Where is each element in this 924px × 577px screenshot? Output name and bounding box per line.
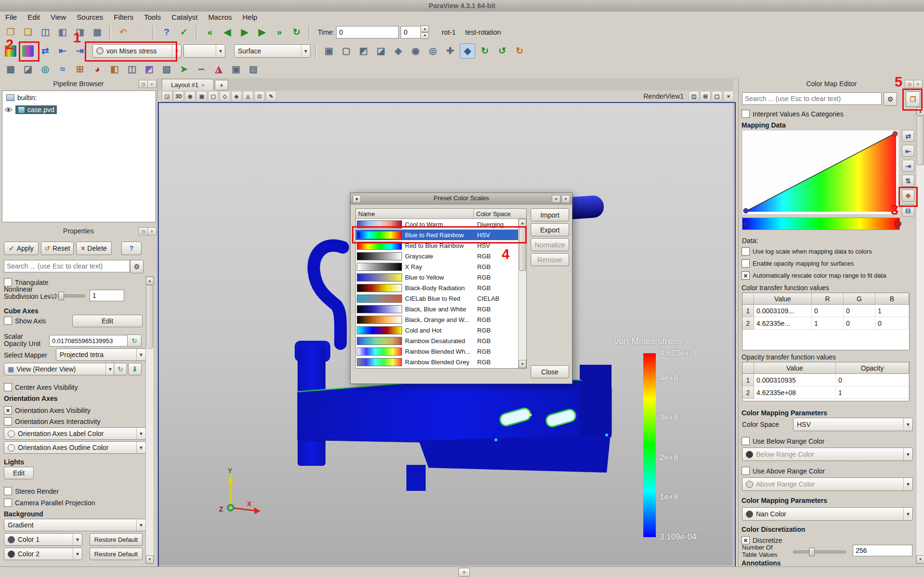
save-to-preset-icon[interactable]: ⊟ bbox=[902, 205, 914, 217]
preset-row[interactable]: Rainbow Blended Wh... RGB bbox=[356, 346, 519, 357]
select-block-icon[interactable]: ◈ bbox=[390, 43, 406, 59]
color1-dropdown[interactable]: Color 1 bbox=[4, 533, 82, 546]
above-range-color-dropdown[interactable]: Above Range Color bbox=[742, 477, 913, 491]
save-data-icon[interactable]: ❏ bbox=[20, 25, 36, 40]
layout-tab[interactable]: Layout #1 × bbox=[162, 79, 214, 90]
spreadsheet-view-icon[interactable]: ▦ bbox=[3, 62, 18, 77]
oa-interactivity-checkbox[interactable] bbox=[4, 417, 12, 425]
glyph-icon[interactable]: ➤ bbox=[176, 62, 192, 77]
chevron-down-icon[interactable] bbox=[136, 349, 145, 360]
cme-scrollbar[interactable]: ▲ ▼ bbox=[916, 107, 924, 564]
color-legend-bar[interactable] bbox=[643, 353, 656, 537]
chevron-down-icon[interactable] bbox=[136, 428, 145, 439]
stream-tracer-icon[interactable]: ∽ bbox=[194, 62, 209, 77]
auto-rescale-row[interactable]: Automatically rescale color map range to… bbox=[742, 271, 886, 280]
clip-icon[interactable]: ◧ bbox=[107, 62, 122, 77]
view-dropdown[interactable]: ▦ View (Render View) bbox=[4, 363, 115, 375]
preset-row[interactable]: Black-Body Radiation RGB bbox=[356, 282, 519, 293]
last-frame-icon[interactable]: » bbox=[272, 25, 287, 40]
use-above-checkbox[interactable] bbox=[742, 467, 750, 475]
interaction-mode-icon[interactable]: ◆ bbox=[460, 43, 475, 59]
representation-dropdown[interactable]: Surface bbox=[234, 44, 311, 58]
next-frame-icon[interactable]: ▶ bbox=[254, 25, 270, 40]
scrollbar-thumb[interactable] bbox=[917, 116, 924, 165]
center-axes-row[interactable]: Center Axes Visibility bbox=[4, 383, 78, 391]
preset-row[interactable]: Cold and Hot RGB bbox=[356, 325, 519, 335]
opacity-mapping-checkbox[interactable] bbox=[742, 259, 750, 268]
gear-icon[interactable]: ⚙ bbox=[130, 260, 143, 273]
pipeline-item-case[interactable]: case.pvd bbox=[4, 105, 57, 114]
slider-handle[interactable] bbox=[809, 548, 815, 556]
discretize-checkbox[interactable] bbox=[742, 536, 750, 544]
table-cell[interactable]: 4.62335e... bbox=[754, 317, 812, 330]
preset-row[interactable]: Rainbow Desaturated RGB bbox=[356, 335, 519, 346]
table-cell[interactable]: 0 bbox=[836, 374, 909, 386]
preset-row[interactable]: Red to Blue Rainbow HSV bbox=[356, 240, 519, 251]
select-cells-through-icon[interactable]: ◇ bbox=[220, 91, 230, 102]
refresh-icon[interactable]: ↻ bbox=[127, 334, 142, 347]
color-gradient-editor[interactable] bbox=[742, 218, 900, 230]
table-cell[interactable]: 1 bbox=[836, 386, 909, 399]
save-animation-icon[interactable]: ▦ bbox=[90, 25, 105, 40]
extract-level-icon[interactable]: ▤ bbox=[246, 62, 261, 77]
preset-list-scrollbar[interactable]: ▲ ▼ bbox=[518, 219, 526, 368]
color-by-dropdown[interactable]: von Mises stress bbox=[92, 44, 182, 58]
new-layout-tab-button[interactable]: + bbox=[215, 80, 228, 90]
save-state-icon[interactable]: ◧ bbox=[55, 25, 70, 40]
rescale-to-visible-range-icon[interactable]: ⇥ bbox=[72, 43, 88, 59]
eye-visible-icon[interactable] bbox=[4, 107, 13, 113]
table-cell[interactable]: 0 bbox=[812, 305, 844, 317]
oa-interactivity-row[interactable]: Orientation Axes Interactivity bbox=[4, 417, 100, 425]
split-vertical-icon[interactable]: ⊟ bbox=[700, 91, 711, 102]
close-panel-icon[interactable]: × bbox=[147, 227, 156, 235]
hover-cells-icon[interactable]: ✚ bbox=[442, 43, 458, 59]
slider-handle[interactable] bbox=[58, 292, 64, 300]
color-handle-min[interactable] bbox=[743, 220, 750, 227]
log-scale-checkbox[interactable] bbox=[742, 247, 750, 256]
menu-item[interactable]: Catalyst bbox=[166, 12, 203, 23]
menu-item[interactable]: Tools bbox=[139, 12, 166, 23]
frame-index-stepper[interactable]: ▲ ▼ bbox=[401, 26, 429, 39]
oa-outline-color-dropdown[interactable]: Orientation Axes Outline Color bbox=[4, 441, 146, 454]
save-default-icon[interactable]: ⇓ bbox=[128, 363, 142, 375]
open-file-icon[interactable]: ❐ bbox=[3, 25, 18, 40]
table-values-input[interactable] bbox=[853, 545, 912, 556]
log-scale-row[interactable]: Use log scale when mapping data to color… bbox=[742, 247, 872, 256]
reset-button[interactable]: ↺Reset bbox=[41, 242, 74, 255]
opacity-transfer-table[interactable]: Value Opacity 1 0.000310935 0 2 4.62335e… bbox=[742, 362, 910, 401]
opacity-mapping-row[interactable]: Enable opacity mapping for surfaces bbox=[742, 259, 854, 268]
interactive-select-points-icon[interactable]: ◎ bbox=[425, 43, 441, 59]
select-points-rect-icon[interactable]: ▢ bbox=[338, 43, 354, 59]
collapsed-panel-toggle[interactable]: × bbox=[458, 568, 470, 577]
preset-list[interactable]: Name Color Space Cool to Warm Diverging … bbox=[355, 208, 527, 369]
cube-axes-edit-button[interactable]: Edit bbox=[72, 315, 143, 327]
chevron-down-icon[interactable] bbox=[172, 45, 181, 57]
chevron-down-icon[interactable] bbox=[903, 448, 912, 461]
frame-index-arrows[interactable]: ▲ ▼ bbox=[420, 26, 429, 39]
chevron-down-icon[interactable] bbox=[136, 519, 145, 531]
show-axis-checkbox[interactable] bbox=[4, 317, 12, 325]
chevron-down-icon[interactable] bbox=[903, 478, 912, 490]
preset-row[interactable]: Blue to Red Rainbow HSV bbox=[356, 230, 519, 240]
color2-dropdown[interactable]: Color 2 bbox=[4, 548, 82, 560]
table-cell[interactable]: 4.62335e+08 bbox=[754, 386, 836, 399]
use-below-checkbox[interactable] bbox=[742, 437, 750, 445]
color-space-dropdown[interactable]: HSV bbox=[793, 418, 913, 431]
discretize-row[interactable]: Discretize bbox=[742, 536, 782, 544]
import-button[interactable]: Import bbox=[531, 208, 569, 221]
lights-edit-button[interactable]: Edit bbox=[4, 467, 34, 479]
dialog-float-icon[interactable]: + bbox=[552, 195, 560, 203]
select-points-polygon-icon[interactable]: ◪ bbox=[373, 43, 389, 59]
rescale-to-custom-range-icon[interactable]: ⇤ bbox=[902, 145, 914, 157]
scroll-down-icon[interactable]: ▼ bbox=[519, 360, 526, 368]
rescale-to-data-range-icon[interactable]: ⇄ bbox=[38, 43, 53, 59]
properties-scrollbar[interactable]: ▲ ▼ bbox=[145, 276, 154, 564]
zoom-closest-to-data-icon[interactable]: ↺ bbox=[495, 43, 510, 59]
menu-item[interactable]: Edit bbox=[22, 12, 45, 23]
component-dropdown[interactable] bbox=[183, 44, 225, 58]
nan-color-dropdown[interactable]: Nan Color bbox=[742, 507, 913, 521]
calculator-icon[interactable]: ⊞ bbox=[72, 62, 88, 77]
restore-default-button[interactable]: Restore Default bbox=[90, 548, 143, 560]
preset-row[interactable]: Black, Blue and White RGB bbox=[356, 304, 519, 314]
select-points-on-surface-icon[interactable]: ▢ bbox=[208, 91, 219, 102]
